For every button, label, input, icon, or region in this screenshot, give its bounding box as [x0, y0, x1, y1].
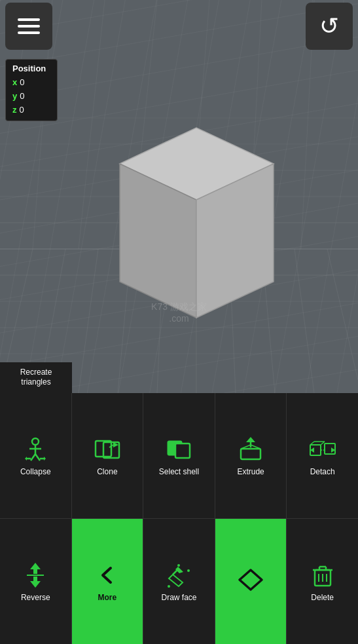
svg-marker-65: [175, 567, 183, 573]
detach-label: Detach: [310, 467, 335, 476]
x-value: 0: [20, 76, 24, 90]
svg-line-34: [35, 454, 40, 461]
svg-rect-45: [241, 449, 260, 459]
diamond-icon: [237, 566, 264, 594]
position-title: Position: [12, 64, 50, 73]
select-shell-label: Select shell: [159, 467, 199, 476]
draw-face-label: Draw face: [161, 593, 196, 602]
z-label: z: [12, 104, 17, 117]
more-tool[interactable]: More: [72, 519, 144, 644]
collapse-label: Collapse: [20, 467, 51, 476]
toolbar-row-1: Collapse Clone Select shell: [0, 393, 358, 518]
undo-icon: ↺: [319, 12, 339, 40]
delete-tool[interactable]: Delete: [287, 519, 358, 644]
x-coord-row: x 0: [12, 76, 50, 90]
reverse-label: Reverse: [21, 593, 50, 602]
svg-marker-47: [246, 437, 255, 442]
position-panel: Position x 0 y 0 z 0: [5, 59, 58, 121]
toolbar-row-2: Reverse More Draw face: [0, 519, 358, 644]
svg-marker-38: [44, 457, 46, 461]
draw-face-icon: [165, 561, 192, 589]
z-coord-row: z 0: [12, 104, 50, 117]
extrude-icon: [237, 436, 264, 463]
draw-face-tool[interactable]: Draw face: [143, 519, 215, 644]
x-label: x: [12, 76, 17, 90]
reverse-icon: [22, 561, 49, 589]
delete-label: Delete: [311, 593, 334, 602]
collapse-tool[interactable]: Collapse: [0, 393, 72, 518]
detach-icon: [309, 436, 336, 463]
select-shell-icon: [165, 436, 192, 463]
menu-button[interactable]: [5, 3, 52, 50]
delete-icon: [309, 561, 336, 589]
svg-marker-61: [30, 581, 41, 588]
undo-button[interactable]: ↺: [306, 3, 353, 50]
svg-rect-44: [175, 444, 190, 458]
hamburger-icon: [18, 18, 40, 34]
select-shell-tool[interactable]: Select shell: [143, 393, 215, 518]
header: ↺: [0, 0, 358, 52]
svg-marker-37: [25, 457, 27, 461]
more-label: More: [98, 593, 117, 602]
z-value: 0: [20, 104, 24, 117]
svg-point-67: [177, 564, 180, 567]
diamond-tool[interactable]: [215, 519, 287, 644]
collapse-icon: [22, 436, 49, 463]
clone-tool[interactable]: Clone: [72, 393, 144, 518]
svg-marker-58: [30, 563, 41, 569]
clone-label: Clone: [97, 467, 117, 476]
more-chevron-icon: [94, 561, 121, 589]
clone-icon: [94, 436, 121, 463]
svg-line-33: [31, 454, 35, 461]
y-value: 0: [20, 90, 24, 104]
svg-point-66: [168, 585, 170, 588]
extrude-label: Extrude: [237, 467, 264, 476]
toolbar: Collapse Clone Select shell: [0, 393, 358, 644]
svg-marker-69: [240, 570, 262, 590]
y-label: y: [12, 90, 17, 104]
reverse-tool[interactable]: Reverse: [0, 519, 72, 644]
svg-rect-60: [33, 577, 37, 582]
extrude-tool[interactable]: Extrude: [215, 393, 287, 518]
svg-rect-59: [33, 569, 37, 574]
svg-rect-51: [325, 444, 335, 454]
svg-point-68: [187, 569, 190, 572]
svg-point-30: [32, 438, 39, 445]
recreate-triangles-label: Recreatetriangles: [0, 362, 72, 393]
svg-marker-63: [169, 575, 183, 586]
y-coord-row: y 0: [12, 90, 50, 104]
detach-tool[interactable]: Detach: [287, 393, 358, 518]
